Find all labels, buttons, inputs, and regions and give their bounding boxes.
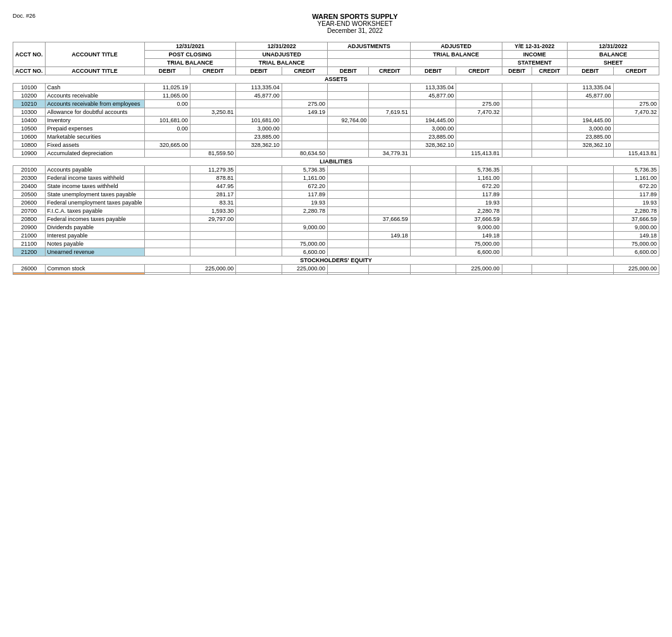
table-cell: 11,279.35 [190, 166, 235, 174]
table-cell [532, 224, 567, 232]
col-account-title-label: ACCOUNT TITLE [45, 67, 144, 75]
table-cell [410, 240, 456, 248]
col-header-acct: ACCT NO. [13, 42, 46, 67]
table-cell [369, 248, 410, 256]
table-cell [236, 265, 282, 273]
table-cell: 275.00 [613, 100, 659, 108]
table-cell: 75,000.00 [613, 240, 659, 248]
table-cell [568, 224, 613, 232]
table-cell: 672.20 [282, 182, 327, 191]
table-cell [410, 215, 456, 224]
account-title: Federal unemployment taxes payable [45, 199, 144, 207]
worksheet-date: December 31, 2022 [51, 27, 659, 34]
table-cell: 37,666.59 [613, 215, 659, 224]
table-cell: 225,000.00 [613, 265, 659, 273]
acct-no: 21200 [13, 248, 46, 256]
table-cell: 1,161.00 [613, 174, 659, 182]
table-cell: 23,885.00 [568, 133, 613, 141]
account-title: Interest payable [45, 232, 144, 240]
account-title: Accounts payable [45, 166, 144, 174]
col-header-balance-year: 12/31/2022 [568, 42, 659, 51]
table-cell [144, 265, 190, 273]
table-cell: 672.20 [456, 182, 502, 191]
table-cell [410, 248, 456, 256]
table-cell [190, 224, 235, 232]
table-cell [532, 141, 567, 149]
table-cell: 1,161.00 [456, 174, 502, 182]
table-cell [282, 141, 327, 149]
table-cell [568, 240, 613, 248]
col-header-income-sub: INCOME [502, 51, 568, 59]
col-header-unadjusted-year: 12/31/2022 [236, 42, 328, 51]
table-cell [144, 232, 190, 240]
table-cell: 0.00 [144, 125, 190, 133]
table-cell: 80,634.50 [282, 149, 327, 158]
table-cell [502, 125, 532, 133]
table-cell: 6,600.00 [282, 248, 327, 256]
col-header-adjusted-blank [410, 59, 502, 67]
table-cell [369, 141, 410, 149]
col-adj-debit: DEBIT [328, 67, 369, 75]
table-cell [282, 133, 327, 141]
table-cell [328, 84, 369, 92]
table-row: 21000Interest payable149.18149.18149.18 [13, 232, 659, 240]
table-cell [502, 215, 532, 224]
table-cell [456, 141, 502, 149]
section-label: ASSETS [13, 75, 659, 84]
col-pc-debit: DEBIT [144, 67, 190, 75]
col-header-income-year: Y/E 12-31-2022 [502, 42, 568, 51]
table-cell: 9,000.00 [282, 224, 327, 232]
table-cell: 115,413.81 [456, 149, 502, 158]
table-row: 10300Allowance for doubtful accounts3,25… [13, 108, 659, 117]
table-row: 20700F.I.C.A. taxes payable1,593.302,280… [13, 207, 659, 215]
table-cell [410, 265, 456, 273]
col-header-adjusted: ADJUSTED [410, 42, 502, 51]
table-row [13, 273, 659, 275]
account-title [45, 273, 144, 275]
table-cell [568, 248, 613, 256]
table-cell [502, 240, 532, 248]
account-title: Accounts receivable from employees [45, 100, 144, 108]
table-cell [502, 265, 532, 273]
table-row: 10400Inventory101,681.00101,681.0092,764… [13, 117, 659, 125]
acct-no: 10210 [13, 100, 46, 108]
table-cell: 37,666.59 [369, 215, 410, 224]
account-title: Federal incomes taxes payable [45, 215, 144, 224]
table-cell [369, 166, 410, 174]
table-cell [502, 84, 532, 92]
table-cell: 225,000.00 [282, 265, 327, 273]
table-cell [502, 174, 532, 182]
table-cell: 9,000.00 [456, 224, 502, 232]
table-cell: 101,681.00 [236, 117, 282, 125]
table-cell: 7,619.51 [369, 108, 410, 117]
table-cell [236, 108, 282, 117]
col-atb-debit: DEBIT [410, 67, 456, 75]
table-cell [369, 84, 410, 92]
table-cell [369, 117, 410, 125]
table-cell [144, 215, 190, 224]
worksheet-title: YEAR-END WORKSHEET [51, 20, 659, 27]
table-cell [236, 207, 282, 215]
table-cell [613, 141, 659, 149]
table-cell [236, 224, 282, 232]
table-cell: 75,000.00 [456, 240, 502, 248]
acct-no: 10500 [13, 125, 46, 133]
table-cell [144, 207, 190, 215]
table-cell: 2,280.78 [613, 207, 659, 215]
table-cell [502, 207, 532, 215]
table-cell: 7,470.32 [613, 108, 659, 117]
section-label: LIABILITIES [13, 158, 659, 166]
table-cell [328, 273, 369, 275]
table-cell: 149.18 [613, 232, 659, 240]
table-cell [532, 240, 567, 248]
company-name: WAREN SPORTS SUPPLY [51, 13, 659, 20]
table-cell [456, 273, 502, 275]
table-row: 20300Federal income taxes withheld878.81… [13, 174, 659, 182]
table-cell [144, 240, 190, 248]
section-label: STOCKHOLDERS' EQUITY [13, 256, 659, 265]
table-cell [282, 117, 327, 125]
col-header-adjusted-sub: TRIAL BALANCE [410, 51, 502, 59]
col-acct-no-label: ACCT NO. [13, 67, 46, 75]
table-cell [532, 108, 567, 117]
table-cell [328, 207, 369, 215]
